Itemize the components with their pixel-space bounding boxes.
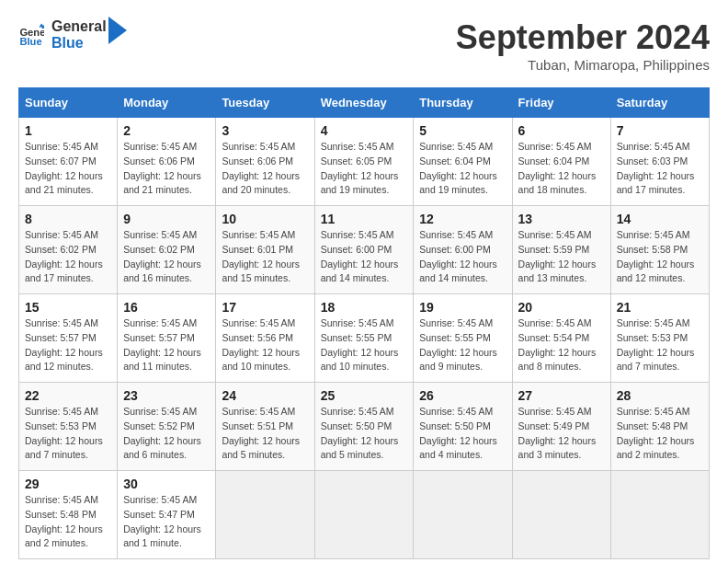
- day-info: Sunrise: 5:45 AM Sunset: 5:50 PM Dayligh…: [321, 405, 408, 463]
- day-info: Sunrise: 5:45 AM Sunset: 5:55 PM Dayligh…: [419, 316, 506, 374]
- day-number: 18: [321, 300, 408, 315]
- day-number: 2: [123, 123, 210, 138]
- day-number: 20: [518, 300, 605, 315]
- weekday-header-saturday: Saturday: [610, 88, 709, 118]
- day-info: Sunrise: 5:45 AM Sunset: 6:02 PM Dayligh…: [25, 228, 111, 286]
- day-number: 7: [617, 123, 703, 138]
- calendar-body: 1Sunrise: 5:45 AM Sunset: 6:07 PM Daylig…: [19, 118, 710, 559]
- title-area: September 2024 Tuban, Mimaropa, Philippi…: [456, 18, 710, 73]
- day-info: Sunrise: 5:45 AM Sunset: 5:54 PM Dayligh…: [518, 316, 605, 374]
- calendar-cell: 14Sunrise: 5:45 AM Sunset: 5:58 PM Dayli…: [610, 206, 709, 294]
- svg-marker-4: [108, 17, 127, 44]
- calendar-cell: 23Sunrise: 5:45 AM Sunset: 5:52 PM Dayli…: [118, 383, 216, 471]
- calendar-cell: 24Sunrise: 5:45 AM Sunset: 5:51 PM Dayli…: [216, 383, 314, 471]
- day-info: Sunrise: 5:45 AM Sunset: 6:07 PM Dayligh…: [25, 140, 111, 198]
- calendar-cell: 1Sunrise: 5:45 AM Sunset: 6:07 PM Daylig…: [19, 118, 118, 206]
- logo-arrow-icon: [108, 17, 127, 44]
- calendar-cell: 27Sunrise: 5:45 AM Sunset: 5:49 PM Dayli…: [512, 383, 610, 471]
- calendar-cell: 12Sunrise: 5:45 AM Sunset: 6:00 PM Dayli…: [414, 206, 512, 294]
- svg-text:Blue: Blue: [19, 36, 41, 47]
- day-info: Sunrise: 5:45 AM Sunset: 6:00 PM Dayligh…: [419, 228, 506, 286]
- day-info: Sunrise: 5:45 AM Sunset: 6:03 PM Dayligh…: [617, 140, 703, 198]
- day-number: 26: [419, 388, 506, 403]
- calendar-cell: 6Sunrise: 5:45 AM Sunset: 6:04 PM Daylig…: [512, 118, 610, 206]
- day-number: 10: [222, 212, 308, 226]
- location-subtitle: Tuban, Mimaropa, Philippines: [456, 57, 710, 73]
- calendar-cell: 29Sunrise: 5:45 AM Sunset: 5:48 PM Dayli…: [19, 471, 118, 559]
- calendar-table: SundayMondayTuesdayWednesdayThursdayFrid…: [18, 87, 710, 559]
- week-row-5: 29Sunrise: 5:45 AM Sunset: 5:48 PM Dayli…: [19, 471, 710, 559]
- day-number: 17: [222, 300, 308, 315]
- calendar-cell: 17Sunrise: 5:45 AM Sunset: 5:56 PM Dayli…: [216, 294, 314, 383]
- calendar-cell: 9Sunrise: 5:45 AM Sunset: 6:02 PM Daylig…: [118, 206, 216, 294]
- day-info: Sunrise: 5:45 AM Sunset: 5:57 PM Dayligh…: [25, 316, 111, 374]
- weekday-header-monday: Monday: [118, 88, 216, 118]
- day-number: 5: [419, 123, 506, 138]
- logo-text-blue: Blue: [51, 35, 107, 52]
- weekday-header-row: SundayMondayTuesdayWednesdayThursdayFrid…: [19, 88, 710, 118]
- day-info: Sunrise: 5:45 AM Sunset: 5:52 PM Dayligh…: [123, 405, 210, 463]
- calendar-cell: 5Sunrise: 5:45 AM Sunset: 6:04 PM Daylig…: [414, 118, 512, 206]
- day-number: 8: [25, 212, 111, 226]
- week-row-3: 15Sunrise: 5:45 AM Sunset: 5:57 PM Dayli…: [19, 294, 710, 383]
- day-info: Sunrise: 5:45 AM Sunset: 5:58 PM Dayligh…: [617, 228, 703, 286]
- calendar-cell: 3Sunrise: 5:45 AM Sunset: 6:06 PM Daylig…: [216, 118, 314, 206]
- calendar-cell: 4Sunrise: 5:45 AM Sunset: 6:05 PM Daylig…: [314, 118, 414, 206]
- month-year-title: September 2024: [456, 18, 710, 57]
- calendar-cell: 21Sunrise: 5:45 AM Sunset: 5:53 PM Dayli…: [610, 294, 709, 383]
- calendar-cell: 13Sunrise: 5:45 AM Sunset: 5:59 PM Dayli…: [512, 206, 610, 294]
- day-info: Sunrise: 5:45 AM Sunset: 6:05 PM Dayligh…: [321, 140, 408, 198]
- calendar-cell: 30Sunrise: 5:45 AM Sunset: 5:47 PM Dayli…: [118, 471, 216, 559]
- day-number: 22: [25, 388, 111, 403]
- calendar-cell: 7Sunrise: 5:45 AM Sunset: 6:03 PM Daylig…: [610, 118, 709, 206]
- day-number: 12: [419, 212, 506, 226]
- day-number: 21: [617, 300, 703, 315]
- calendar-cell: [610, 471, 709, 559]
- calendar-cell: 11Sunrise: 5:45 AM Sunset: 6:00 PM Dayli…: [314, 206, 414, 294]
- weekday-header-thursday: Thursday: [414, 88, 512, 118]
- calendar-cell: [512, 471, 610, 559]
- calendar-cell: [216, 471, 314, 559]
- calendar-cell: 26Sunrise: 5:45 AM Sunset: 5:50 PM Dayli…: [414, 383, 512, 471]
- day-info: Sunrise: 5:45 AM Sunset: 5:48 PM Dayligh…: [617, 405, 703, 463]
- day-info: Sunrise: 5:45 AM Sunset: 6:02 PM Dayligh…: [123, 228, 210, 286]
- weekday-header-tuesday: Tuesday: [216, 88, 314, 118]
- day-number: 6: [518, 123, 605, 138]
- day-info: Sunrise: 5:45 AM Sunset: 6:04 PM Dayligh…: [518, 140, 605, 198]
- day-info: Sunrise: 5:45 AM Sunset: 6:04 PM Dayligh…: [419, 140, 506, 198]
- day-info: Sunrise: 5:45 AM Sunset: 6:06 PM Dayligh…: [222, 140, 308, 198]
- calendar-cell: 28Sunrise: 5:45 AM Sunset: 5:48 PM Dayli…: [610, 383, 709, 471]
- day-info: Sunrise: 5:45 AM Sunset: 5:50 PM Dayligh…: [419, 405, 506, 463]
- weekday-header-sunday: Sunday: [19, 88, 118, 118]
- calendar-header: SundayMondayTuesdayWednesdayThursdayFrid…: [19, 88, 710, 118]
- week-row-4: 22Sunrise: 5:45 AM Sunset: 5:53 PM Dayli…: [19, 383, 710, 471]
- day-number: 24: [222, 388, 308, 403]
- day-number: 19: [419, 300, 506, 315]
- day-info: Sunrise: 5:45 AM Sunset: 5:49 PM Dayligh…: [518, 405, 605, 463]
- day-number: 29: [25, 477, 111, 491]
- day-info: Sunrise: 5:45 AM Sunset: 6:00 PM Dayligh…: [321, 228, 408, 286]
- calendar-cell: 19Sunrise: 5:45 AM Sunset: 5:55 PM Dayli…: [414, 294, 512, 383]
- day-number: 16: [123, 300, 210, 315]
- logo-icon: General Blue: [18, 22, 44, 48]
- day-number: 30: [123, 477, 210, 491]
- day-info: Sunrise: 5:45 AM Sunset: 6:01 PM Dayligh…: [222, 228, 308, 286]
- calendar-cell: 20Sunrise: 5:45 AM Sunset: 5:54 PM Dayli…: [512, 294, 610, 383]
- day-number: 4: [321, 123, 408, 138]
- day-info: Sunrise: 5:45 AM Sunset: 5:48 PM Dayligh…: [25, 493, 111, 551]
- calendar-cell: 8Sunrise: 5:45 AM Sunset: 6:02 PM Daylig…: [19, 206, 118, 294]
- day-number: 25: [321, 388, 408, 403]
- calendar-cell: 10Sunrise: 5:45 AM Sunset: 6:01 PM Dayli…: [216, 206, 314, 294]
- day-number: 11: [321, 212, 408, 226]
- calendar-cell: 22Sunrise: 5:45 AM Sunset: 5:53 PM Dayli…: [19, 383, 118, 471]
- day-info: Sunrise: 5:45 AM Sunset: 5:53 PM Dayligh…: [25, 405, 111, 463]
- weekday-header-wednesday: Wednesday: [314, 88, 414, 118]
- page-header: General Blue General Blue September 2024…: [18, 18, 710, 73]
- day-number: 27: [518, 388, 605, 403]
- day-info: Sunrise: 5:45 AM Sunset: 5:55 PM Dayligh…: [321, 316, 408, 374]
- calendar-cell: 25Sunrise: 5:45 AM Sunset: 5:50 PM Dayli…: [314, 383, 414, 471]
- day-number: 28: [617, 388, 703, 403]
- week-row-2: 8Sunrise: 5:45 AM Sunset: 6:02 PM Daylig…: [19, 206, 710, 294]
- calendar-cell: [414, 471, 512, 559]
- logo-text-general: General: [51, 18, 107, 35]
